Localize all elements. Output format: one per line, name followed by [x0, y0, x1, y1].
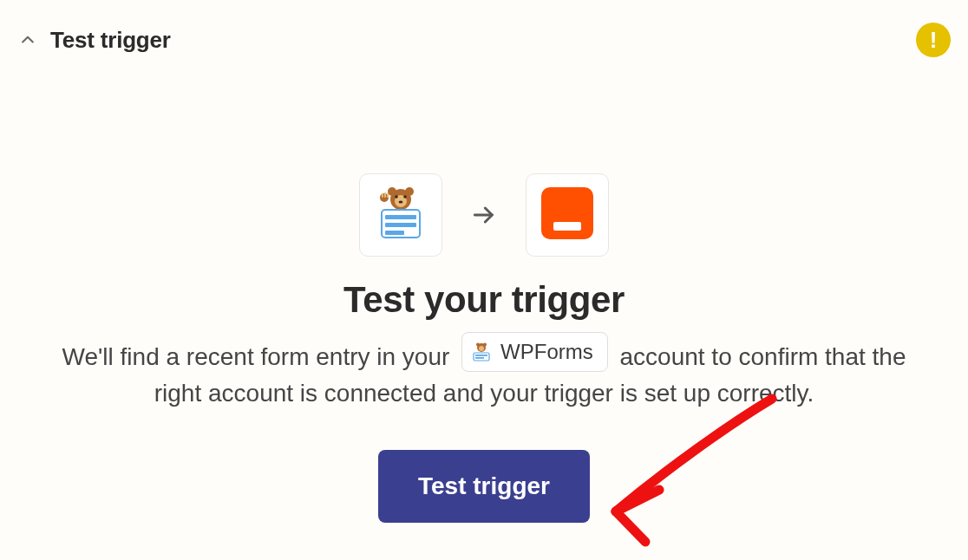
svg-rect-8 — [382, 193, 383, 198]
svg-point-1 — [388, 187, 396, 196]
zapier-icon — [536, 182, 598, 248]
chevron-up-icon[interactable] — [17, 29, 38, 50]
header-left: Test trigger — [17, 27, 171, 54]
svg-rect-14 — [385, 231, 404, 235]
status-warning-icon: ! — [916, 23, 951, 57]
app-flow-row — [359, 173, 609, 257]
app-pill: WPForms — [461, 332, 608, 372]
svg-point-20 — [483, 343, 487, 347]
app-pill-label: WPForms — [500, 336, 593, 368]
svg-point-19 — [476, 343, 480, 347]
svg-rect-12 — [385, 215, 416, 219]
svg-rect-23 — [475, 355, 487, 356]
status-exclamation-glyph: ! — [930, 27, 938, 54]
arrow-right-icon — [470, 201, 498, 229]
svg-point-4 — [395, 195, 398, 199]
svg-point-21 — [479, 346, 484, 351]
svg-rect-16 — [541, 187, 593, 239]
svg-point-5 — [403, 195, 407, 199]
svg-rect-24 — [475, 357, 484, 359]
wpforms-icon — [370, 182, 432, 248]
section-header: Test trigger ! — [17, 23, 951, 57]
wpforms-small-icon — [471, 342, 492, 362]
svg-rect-9 — [384, 192, 386, 198]
source-app-tile — [359, 173, 442, 257]
description-text: We'll find a recent form entry in your W… — [59, 335, 909, 412]
svg-rect-13 — [385, 223, 416, 227]
test-trigger-button[interactable]: Test trigger — [378, 450, 590, 523]
svg-point-2 — [405, 187, 414, 196]
svg-rect-10 — [387, 193, 389, 198]
main-content: Test your trigger We'll find a recent fo… — [0, 173, 968, 523]
section-title: Test trigger — [50, 27, 171, 54]
svg-rect-17 — [553, 222, 581, 231]
svg-point-6 — [399, 200, 403, 203]
target-app-tile — [526, 173, 609, 257]
description-prefix: We'll find a recent form entry in your — [62, 343, 457, 370]
svg-rect-22 — [474, 353, 489, 361]
page-title: Test your trigger — [343, 279, 625, 321]
